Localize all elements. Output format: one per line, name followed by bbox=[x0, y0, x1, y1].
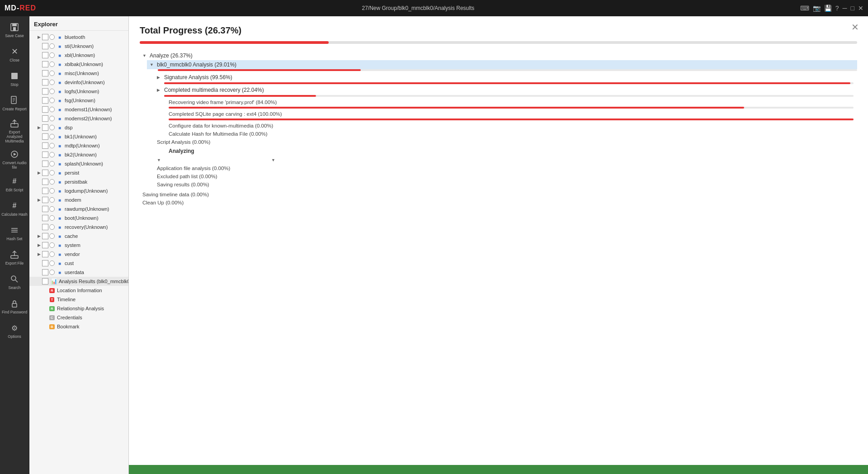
tree-item-bk2[interactable]: ■ bk2(Unknown) bbox=[29, 150, 128, 159]
radio-btn[interactable] bbox=[49, 107, 55, 112]
tree-item-system[interactable]: ▶ ■ system bbox=[29, 241, 128, 250]
help-icon[interactable]: ? bbox=[835, 5, 839, 12]
sidebar-item-stop[interactable]: Stop bbox=[0, 67, 29, 91]
checkbox[interactable] bbox=[42, 34, 48, 40]
radio-btn[interactable] bbox=[49, 179, 55, 185]
checkbox[interactable] bbox=[42, 152, 48, 158]
checkbox[interactable] bbox=[42, 115, 48, 122]
tree-item-xblbak[interactable]: ■ xblbak(Unknown) bbox=[29, 60, 128, 69]
sidebar-item-hash-set[interactable]: Hash Set bbox=[0, 221, 29, 246]
database-icon[interactable]: 💾 bbox=[824, 5, 832, 12]
explorer-tree[interactable]: ▶ ■ bluetooth ■ sti(Unknown) ■ xbl(Unkno… bbox=[29, 31, 128, 474]
multimedia-row[interactable]: ▶ Completed multimedia recovery (22.04%) bbox=[154, 85, 857, 95]
expand-arrow[interactable]: ▶ bbox=[36, 252, 42, 256]
radio-btn[interactable] bbox=[49, 242, 55, 248]
tree-item-modemst1[interactable]: ■ modemst1(Unknown) bbox=[29, 105, 128, 114]
expand-arrow[interactable]: ▶ bbox=[36, 35, 42, 39]
radio-btn[interactable] bbox=[49, 224, 55, 230]
tree-item-vendor[interactable]: ▶ ■ vendor bbox=[29, 250, 128, 259]
radio-btn[interactable] bbox=[49, 197, 55, 203]
tree-item-misc[interactable]: ■ misc(Unknown) bbox=[29, 69, 128, 78]
sidebar-item-export-analyzed[interactable]: Export Analyzed Multimedia bbox=[0, 116, 29, 147]
checkbox[interactable] bbox=[42, 106, 48, 113]
checkbox[interactable] bbox=[42, 188, 48, 194]
radio-btn[interactable] bbox=[49, 215, 55, 221]
tree-item-persist[interactable]: ▶ ■ persist bbox=[29, 168, 128, 177]
radio-btn[interactable] bbox=[49, 80, 55, 85]
radio-btn[interactable] bbox=[49, 170, 55, 175]
panel-close-button[interactable]: ✕ bbox=[851, 23, 859, 32]
tree-item-fsg[interactable]: ■ fsg(Unknown) bbox=[29, 96, 128, 105]
checkbox[interactable] bbox=[42, 170, 48, 176]
radio-btn[interactable] bbox=[49, 206, 55, 212]
sidebar-item-convert-audio[interactable]: Convert Audio file bbox=[0, 147, 29, 172]
sidebar-item-save-case[interactable]: Save Case bbox=[0, 18, 29, 43]
close-window-button[interactable]: ✕ bbox=[858, 5, 863, 12]
tree-item-dsp[interactable]: ▶ ■ dsp bbox=[29, 123, 128, 132]
signature-row[interactable]: ▶ Signature Analysis (99.56%) bbox=[154, 73, 857, 82]
analyze-row[interactable]: ▼ Analyze (26.37%) bbox=[140, 51, 857, 60]
checkbox[interactable] bbox=[42, 124, 48, 131]
radio-btn[interactable] bbox=[49, 270, 55, 275]
expand-arrow[interactable]: ▶ bbox=[36, 125, 42, 130]
tree-item-xbl[interactable]: ■ xbl(Unknown) bbox=[29, 51, 128, 60]
radio-btn[interactable] bbox=[49, 43, 55, 49]
sidebar-item-create-report[interactable]: Create Report bbox=[0, 91, 29, 116]
tree-item-mdtp[interactable]: ■ mdtp(Unknown) bbox=[29, 141, 128, 150]
sidebar-item-edit-script[interactable]: # Edit Script bbox=[0, 172, 29, 197]
checkbox[interactable] bbox=[42, 206, 48, 212]
tree-item-cust[interactable]: ■ cust bbox=[29, 259, 128, 268]
checkbox[interactable] bbox=[42, 79, 48, 85]
checkbox[interactable] bbox=[42, 251, 48, 257]
radio-btn[interactable] bbox=[49, 261, 55, 266]
keyboard-icon[interactable]: ⌨ bbox=[800, 5, 809, 12]
radio-btn[interactable] bbox=[49, 34, 55, 40]
tree-item-userdata[interactable]: ■ userdata bbox=[29, 268, 128, 277]
radio-btn[interactable] bbox=[49, 161, 55, 166]
blk0-row[interactable]: ▼ blk0_mmcblk0 Analysis (29.01%) bbox=[147, 60, 857, 69]
tree-item-bk1[interactable]: ■ bk1(Unknown) bbox=[29, 132, 128, 141]
tree-item-cache[interactable]: ▶ ■ cache bbox=[29, 232, 128, 241]
tree-item-devinfo[interactable]: ■ devinfo(Unknown) bbox=[29, 78, 128, 87]
checkbox[interactable] bbox=[42, 278, 48, 284]
checkbox[interactable] bbox=[42, 269, 48, 275]
radio-btn[interactable] bbox=[49, 116, 55, 121]
radio-btn[interactable] bbox=[49, 251, 55, 257]
checkbox[interactable] bbox=[42, 161, 48, 167]
checkbox[interactable] bbox=[42, 43, 48, 49]
expand-arrow[interactable]: ▶ bbox=[36, 171, 42, 175]
tree-item-bookmark[interactable]: B Bookmark bbox=[29, 322, 128, 331]
window-controls[interactable]: ⌨ 📷 💾 ? ─ □ ✕ bbox=[800, 5, 863, 12]
tree-item-logdump[interactable]: ■ logdump(Unknown) bbox=[29, 186, 128, 195]
tree-item-logfs[interactable]: ■ logfs(Unknown) bbox=[29, 87, 128, 96]
sidebar-item-export-file[interactable]: Export File bbox=[0, 246, 29, 270]
radio-btn[interactable] bbox=[49, 62, 55, 67]
radio-btn[interactable] bbox=[49, 71, 55, 76]
radio-btn[interactable] bbox=[49, 188, 55, 194]
tree-item-relationship[interactable]: R Relationship Analysis bbox=[29, 304, 128, 313]
expand-arrow[interactable]: ▶ bbox=[36, 198, 42, 202]
tree-item-sti[interactable]: ■ sti(Unknown) bbox=[29, 42, 128, 51]
camera-icon[interactable]: 📷 bbox=[813, 5, 821, 12]
checkbox[interactable] bbox=[42, 197, 48, 203]
checkbox[interactable] bbox=[42, 224, 48, 230]
sidebar-item-calculate-hash[interactable]: # Calculate Hash bbox=[0, 197, 29, 221]
sidebar-item-options[interactable]: ⚙ Options bbox=[0, 319, 29, 343]
checkbox[interactable] bbox=[42, 88, 48, 95]
tree-item-analysis-results[interactable]: 📊 Analysis Results (blk0_mmcblk0) bbox=[29, 277, 128, 286]
tree-item-boot[interactable]: ■ boot(Unknown) bbox=[29, 213, 128, 223]
checkbox[interactable] bbox=[42, 97, 48, 104]
checkbox[interactable] bbox=[42, 242, 48, 248]
checkbox[interactable] bbox=[42, 215, 48, 221]
radio-btn[interactable] bbox=[49, 233, 55, 239]
radio-btn[interactable] bbox=[49, 125, 55, 130]
checkbox[interactable] bbox=[42, 260, 48, 266]
checkbox[interactable] bbox=[42, 133, 48, 140]
tree-item-recovery[interactable]: ■ recovery(Unknown) bbox=[29, 223, 128, 232]
checkbox[interactable] bbox=[42, 179, 48, 185]
checkbox[interactable] bbox=[42, 233, 48, 239]
tree-item-rawdump[interactable]: ■ rawdump(Unknown) bbox=[29, 204, 128, 213]
radio-btn[interactable] bbox=[49, 143, 55, 148]
tree-item-modemst2[interactable]: ■ modemst2(Unknown) bbox=[29, 114, 128, 123]
tree-item-modem[interactable]: ▶ ■ modem bbox=[29, 195, 128, 204]
